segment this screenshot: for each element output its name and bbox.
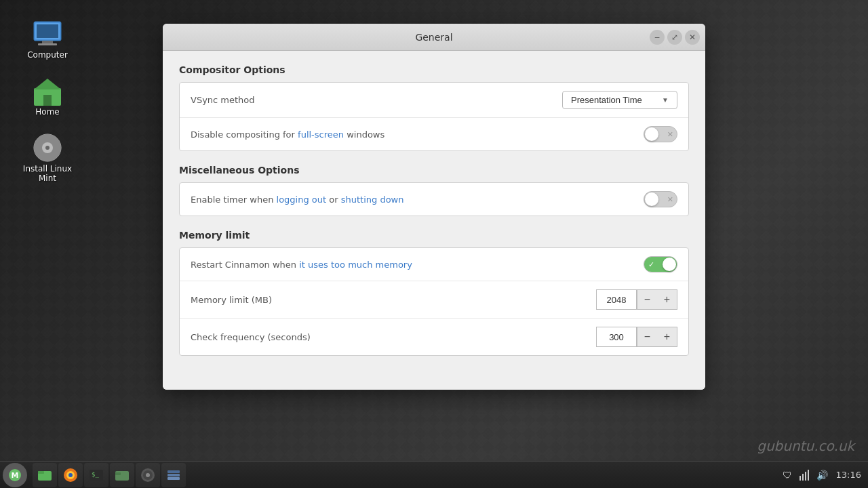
toggle-x-icon-2: ✕ bbox=[667, 195, 673, 204]
vsync-dropdown-arrow: ▼ bbox=[662, 96, 669, 104]
svg-point-19 bbox=[68, 473, 73, 477]
install-mint-icon-label: Install Linux Mint bbox=[18, 164, 77, 183]
svg-point-11 bbox=[45, 146, 50, 150]
enable-timer-toggle[interactable]: ✕ bbox=[644, 191, 677, 207]
svg-rect-31 bbox=[802, 474, 804, 481]
vsync-label: VSync method bbox=[191, 95, 255, 105]
memory-limit-increase-button[interactable]: + bbox=[657, 289, 677, 310]
svg-rect-3 bbox=[38, 43, 57, 45]
maximize-button[interactable]: ⤢ bbox=[667, 30, 682, 45]
svg-rect-8 bbox=[43, 95, 52, 106]
disable-compositing-row: Disable compositing for full-screen wind… bbox=[180, 118, 688, 150]
check-frequency-spinner: − + bbox=[596, 327, 677, 347]
svg-point-26 bbox=[146, 473, 150, 477]
general-dialog: General – ⤢ ✕ Compositor Options VSync m… bbox=[163, 24, 705, 390]
vsync-value: Presentation Time bbox=[571, 95, 642, 105]
memory-limit-row: Memory limit (MB) − + bbox=[180, 281, 688, 319]
check-frequency-decrease-button[interactable]: − bbox=[637, 327, 657, 347]
terminal-icon: $_ bbox=[88, 467, 104, 483]
taskbar-app-terminal[interactable]: $_ bbox=[84, 463, 108, 487]
svg-marker-7 bbox=[34, 79, 61, 89]
svg-rect-28 bbox=[167, 474, 180, 476]
taskbar: M $_ bbox=[0, 461, 868, 488]
compositor-section-label: Compositor Options bbox=[179, 64, 689, 75]
start-menu-button[interactable]: M bbox=[3, 463, 27, 487]
taskbar-time: 13:16 bbox=[836, 470, 861, 480]
desktop-icons: Computer Home Install Linux Mint bbox=[0, 0, 95, 461]
disable-compositing-label: Disable compositing for full-screen wind… bbox=[191, 129, 384, 140]
svg-rect-29 bbox=[167, 470, 180, 473]
check-frequency-increase-button[interactable]: + bbox=[657, 327, 677, 347]
desktop-icon-computer[interactable]: Computer bbox=[14, 14, 81, 64]
minimize-button[interactable]: – bbox=[650, 30, 665, 45]
restart-cinnamon-toggle[interactable]: ✓ bbox=[644, 256, 677, 272]
computer-icon bbox=[31, 18, 64, 50]
memory-limit-input[interactable] bbox=[596, 289, 637, 310]
memory-section-label: Memory limit bbox=[179, 230, 689, 241]
memory-section: Restart Cinnamon when it uses too much m… bbox=[179, 247, 689, 356]
files-icon bbox=[114, 467, 130, 483]
check-frequency-input[interactable] bbox=[596, 327, 637, 347]
check-frequency-row: Check frequency (seconds) − + bbox=[180, 319, 688, 355]
taskbar-app-stack[interactable] bbox=[161, 463, 186, 487]
install-mint-icon bbox=[31, 131, 64, 164]
svg-rect-23 bbox=[115, 472, 121, 475]
taskbar-app-nemo[interactable] bbox=[33, 463, 57, 487]
dialog-title: General bbox=[415, 32, 452, 43]
compositor-section: VSync method Presentation Time ▼ Disable… bbox=[179, 82, 689, 151]
desktop: Computer Home Install Linux Mint gubuntu… bbox=[0, 0, 868, 488]
svg-text:M: M bbox=[12, 471, 19, 480]
svg-rect-32 bbox=[805, 472, 806, 481]
desktop-icon-home[interactable]: Home bbox=[14, 70, 81, 121]
taskbar-app-media[interactable] bbox=[136, 463, 160, 487]
vsync-row: VSync method Presentation Time ▼ bbox=[180, 83, 688, 118]
home-icon bbox=[31, 75, 64, 107]
media-icon bbox=[140, 467, 156, 483]
dialog-titlebar: General – ⤢ ✕ bbox=[163, 24, 705, 51]
taskbar-app-firefox[interactable] bbox=[58, 463, 83, 487]
desktop-icon-install-mint[interactable]: Install Linux Mint bbox=[14, 127, 81, 187]
memory-limit-decrease-button[interactable]: − bbox=[637, 289, 657, 310]
svg-rect-16 bbox=[38, 471, 44, 474]
svg-rect-27 bbox=[167, 477, 180, 480]
start-menu-icon: M bbox=[8, 468, 22, 482]
taskbar-right: 🛡 🔊 13:16 bbox=[781, 468, 868, 482]
taskbar-app-files[interactable] bbox=[110, 463, 134, 487]
firefox-icon bbox=[62, 467, 79, 483]
restart-cinnamon-row: Restart Cinnamon when it uses too much m… bbox=[180, 248, 688, 281]
disable-compositing-toggle[interactable]: ✕ bbox=[644, 126, 677, 142]
svg-rect-2 bbox=[42, 41, 53, 43]
svg-rect-4 bbox=[37, 24, 58, 38]
memory-limit-label: Memory limit (MB) bbox=[191, 295, 272, 305]
toggle-knob bbox=[645, 127, 658, 141]
nemo-icon bbox=[37, 467, 53, 483]
close-button[interactable]: ✕ bbox=[685, 30, 700, 45]
toggle-knob-3 bbox=[663, 258, 676, 271]
memory-limit-spinner: − + bbox=[596, 289, 677, 310]
restart-cinnamon-label: Restart Cinnamon when it uses too much m… bbox=[191, 260, 412, 270]
svg-text:$_: $_ bbox=[92, 471, 99, 478]
dialog-content: Compositor Options VSync method Presenta… bbox=[163, 51, 705, 390]
vsync-dropdown[interactable]: Presentation Time ▼ bbox=[562, 91, 677, 109]
shield-icon[interactable]: 🛡 bbox=[781, 468, 794, 482]
toggle-x-icon: ✕ bbox=[667, 130, 673, 139]
check-frequency-label: Check frequency (seconds) bbox=[191, 332, 311, 342]
enable-timer-row: Enable timer when logging out or shuttin… bbox=[180, 183, 688, 216]
dialog-controls: – ⤢ ✕ bbox=[650, 30, 700, 45]
computer-icon-label: Computer bbox=[27, 50, 68, 60]
svg-rect-30 bbox=[800, 476, 801, 481]
home-icon-label: Home bbox=[35, 107, 59, 117]
stack-icon bbox=[165, 467, 182, 483]
taskbar-apps: $_ bbox=[30, 463, 781, 487]
miscellaneous-section: Enable timer when logging out or shuttin… bbox=[179, 182, 689, 216]
toggle-check-icon: ✓ bbox=[648, 260, 654, 269]
enable-timer-label: Enable timer when logging out or shuttin… bbox=[191, 195, 403, 205]
toggle-knob-2 bbox=[645, 192, 658, 206]
svg-rect-33 bbox=[808, 470, 809, 481]
miscellaneous-section-label: Miscellaneous Options bbox=[179, 165, 689, 176]
volume-icon[interactable]: 🔊 bbox=[816, 468, 829, 482]
network-icon[interactable] bbox=[798, 468, 812, 482]
watermark: gubuntu.co.uk bbox=[757, 438, 854, 454]
